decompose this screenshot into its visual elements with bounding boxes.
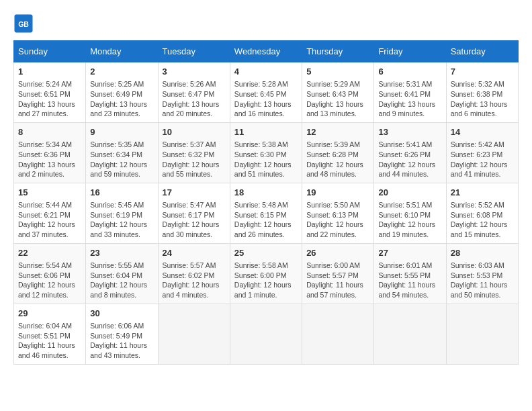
- page-header: GB: [13, 13, 519, 34]
- calendar-cell: 8Sunrise: 5:34 AM Sunset: 6:36 PM Daylig…: [14, 122, 86, 183]
- day-number: 29: [18, 308, 81, 320]
- day-number: 6: [378, 66, 441, 78]
- day-number: 9: [90, 126, 153, 138]
- calendar-cell: 11Sunrise: 5:38 AM Sunset: 6:30 PM Dayli…: [230, 122, 302, 183]
- day-number: 16: [90, 187, 153, 199]
- calendar-header-row: SundayMondayTuesdayWednesdayThursdayFrid…: [14, 41, 519, 62]
- day-number: 27: [378, 247, 441, 259]
- day-info: Sunrise: 5:31 AM Sunset: 6:41 PM Dayligh…: [378, 79, 441, 119]
- day-info: Sunrise: 6:01 AM Sunset: 5:55 PM Dayligh…: [378, 261, 441, 300]
- calendar-cell: 1Sunrise: 5:24 AM Sunset: 6:51 PM Daylig…: [14, 62, 86, 123]
- calendar-cell: 29Sunrise: 6:04 AM Sunset: 5:51 PM Dayli…: [14, 304, 86, 364]
- calendar-cell: 9Sunrise: 5:35 AM Sunset: 6:34 PM Daylig…: [86, 122, 158, 183]
- calendar-cell: 15Sunrise: 5:44 AM Sunset: 6:21 PM Dayli…: [14, 183, 86, 243]
- day-number: 17: [163, 187, 226, 199]
- calendar-cell: 17Sunrise: 5:47 AM Sunset: 6:17 PM Dayli…: [158, 183, 230, 243]
- calendar-cell: [230, 304, 302, 364]
- calendar-cell: 22Sunrise: 5:54 AM Sunset: 6:06 PM Dayli…: [14, 243, 86, 304]
- calendar-cell: 28Sunrise: 6:03 AM Sunset: 5:53 PM Dayli…: [446, 243, 518, 304]
- day-number: 3: [163, 66, 226, 78]
- calendar-cell: 25Sunrise: 5:58 AM Sunset: 6:00 PM Dayli…: [230, 243, 302, 304]
- day-info: Sunrise: 5:37 AM Sunset: 6:32 PM Dayligh…: [163, 140, 226, 179]
- day-number: 23: [90, 247, 153, 259]
- day-info: Sunrise: 5:26 AM Sunset: 6:47 PM Dayligh…: [163, 79, 226, 119]
- calendar-cell: 7Sunrise: 5:32 AM Sunset: 6:38 PM Daylig…: [446, 62, 518, 123]
- day-number: 11: [234, 126, 298, 138]
- day-info: Sunrise: 5:48 AM Sunset: 6:15 PM Dayligh…: [234, 200, 298, 240]
- day-number: 8: [18, 126, 81, 138]
- calendar-cell: 20Sunrise: 5:51 AM Sunset: 6:10 PM Dayli…: [374, 183, 446, 243]
- day-info: Sunrise: 5:28 AM Sunset: 6:45 PM Dayligh…: [234, 79, 298, 119]
- day-number: 14: [451, 126, 514, 138]
- calendar-week-4: 22Sunrise: 5:54 AM Sunset: 6:06 PM Dayli…: [14, 243, 519, 304]
- calendar-cell: 4Sunrise: 5:28 AM Sunset: 6:45 PM Daylig…: [230, 62, 302, 123]
- day-info: Sunrise: 5:35 AM Sunset: 6:34 PM Dayligh…: [90, 140, 153, 179]
- day-number: 30: [90, 308, 153, 320]
- header-monday: Monday: [86, 41, 158, 62]
- day-info: Sunrise: 5:44 AM Sunset: 6:21 PM Dayligh…: [18, 200, 81, 240]
- calendar-week-3: 15Sunrise: 5:44 AM Sunset: 6:21 PM Dayli…: [14, 183, 519, 243]
- day-info: Sunrise: 5:42 AM Sunset: 6:23 PM Dayligh…: [451, 140, 514, 179]
- calendar-cell: 6Sunrise: 5:31 AM Sunset: 6:41 PM Daylig…: [374, 62, 446, 123]
- calendar-cell: 26Sunrise: 6:00 AM Sunset: 5:57 PM Dayli…: [302, 243, 374, 304]
- day-info: Sunrise: 5:54 AM Sunset: 6:06 PM Dayligh…: [18, 261, 81, 300]
- calendar-table: SundayMondayTuesdayWednesdayThursdayFrid…: [13, 40, 519, 365]
- day-info: Sunrise: 5:41 AM Sunset: 6:26 PM Dayligh…: [378, 140, 441, 179]
- day-number: 5: [306, 66, 369, 78]
- day-number: 7: [451, 66, 514, 78]
- logo: GB: [13, 13, 36, 34]
- day-info: Sunrise: 5:57 AM Sunset: 6:02 PM Dayligh…: [163, 261, 226, 300]
- calendar-cell: 24Sunrise: 5:57 AM Sunset: 6:02 PM Dayli…: [158, 243, 230, 304]
- calendar-cell: 14Sunrise: 5:42 AM Sunset: 6:23 PM Dayli…: [446, 122, 518, 183]
- logo-icon: GB: [13, 13, 34, 34]
- calendar-cell: 12Sunrise: 5:39 AM Sunset: 6:28 PM Dayli…: [302, 122, 374, 183]
- day-info: Sunrise: 5:52 AM Sunset: 6:08 PM Dayligh…: [451, 200, 514, 240]
- calendar-cell: [374, 304, 446, 364]
- calendar-cell: 27Sunrise: 6:01 AM Sunset: 5:55 PM Dayli…: [374, 243, 446, 304]
- day-info: Sunrise: 5:38 AM Sunset: 6:30 PM Dayligh…: [234, 140, 298, 179]
- day-info: Sunrise: 5:32 AM Sunset: 6:38 PM Dayligh…: [451, 79, 514, 119]
- calendar-cell: 19Sunrise: 5:50 AM Sunset: 6:13 PM Dayli…: [302, 183, 374, 243]
- day-number: 24: [163, 247, 226, 259]
- day-info: Sunrise: 6:00 AM Sunset: 5:57 PM Dayligh…: [306, 261, 369, 300]
- header-thursday: Thursday: [302, 41, 374, 62]
- day-number: 19: [306, 187, 369, 199]
- day-info: Sunrise: 5:50 AM Sunset: 6:13 PM Dayligh…: [306, 200, 369, 240]
- day-number: 13: [378, 126, 441, 138]
- day-info: Sunrise: 5:39 AM Sunset: 6:28 PM Dayligh…: [306, 140, 369, 179]
- calendar-cell: [158, 304, 230, 364]
- day-number: 2: [90, 66, 153, 78]
- day-number: 10: [163, 126, 226, 138]
- calendar-cell: 5Sunrise: 5:29 AM Sunset: 6:43 PM Daylig…: [302, 62, 374, 123]
- day-info: Sunrise: 5:55 AM Sunset: 6:04 PM Dayligh…: [90, 261, 153, 300]
- day-number: 25: [234, 247, 298, 259]
- calendar-cell: [302, 304, 374, 364]
- calendar-cell: 2Sunrise: 5:25 AM Sunset: 6:49 PM Daylig…: [86, 62, 158, 123]
- day-number: 12: [306, 126, 369, 138]
- day-number: 18: [234, 187, 298, 199]
- day-number: 28: [451, 247, 514, 259]
- day-number: 26: [306, 247, 369, 259]
- header-wednesday: Wednesday: [230, 41, 302, 62]
- day-info: Sunrise: 5:58 AM Sunset: 6:00 PM Dayligh…: [234, 261, 298, 300]
- day-number: 22: [18, 247, 81, 259]
- calendar-cell: 13Sunrise: 5:41 AM Sunset: 6:26 PM Dayli…: [374, 122, 446, 183]
- calendar-cell: 16Sunrise: 5:45 AM Sunset: 6:19 PM Dayli…: [86, 183, 158, 243]
- day-info: Sunrise: 5:24 AM Sunset: 6:51 PM Dayligh…: [18, 79, 81, 119]
- day-number: 21: [451, 187, 514, 199]
- calendar-cell: [446, 304, 518, 364]
- header-tuesday: Tuesday: [158, 41, 230, 62]
- day-info: Sunrise: 5:47 AM Sunset: 6:17 PM Dayligh…: [163, 200, 226, 240]
- day-info: Sunrise: 6:06 AM Sunset: 5:49 PM Dayligh…: [90, 321, 153, 361]
- day-info: Sunrise: 5:34 AM Sunset: 6:36 PM Dayligh…: [18, 140, 81, 179]
- calendar-cell: 23Sunrise: 5:55 AM Sunset: 6:04 PM Dayli…: [86, 243, 158, 304]
- calendar-cell: 30Sunrise: 6:06 AM Sunset: 5:49 PM Dayli…: [86, 304, 158, 364]
- svg-text:GB: GB: [18, 20, 29, 28]
- day-info: Sunrise: 6:04 AM Sunset: 5:51 PM Dayligh…: [18, 321, 81, 361]
- day-info: Sunrise: 5:45 AM Sunset: 6:19 PM Dayligh…: [90, 200, 153, 240]
- day-info: Sunrise: 5:51 AM Sunset: 6:10 PM Dayligh…: [378, 200, 441, 240]
- calendar-cell: 18Sunrise: 5:48 AM Sunset: 6:15 PM Dayli…: [230, 183, 302, 243]
- day-info: Sunrise: 5:29 AM Sunset: 6:43 PM Dayligh…: [306, 79, 369, 119]
- calendar-cell: 21Sunrise: 5:52 AM Sunset: 6:08 PM Dayli…: [446, 183, 518, 243]
- calendar-week-5: 29Sunrise: 6:04 AM Sunset: 5:51 PM Dayli…: [14, 304, 519, 364]
